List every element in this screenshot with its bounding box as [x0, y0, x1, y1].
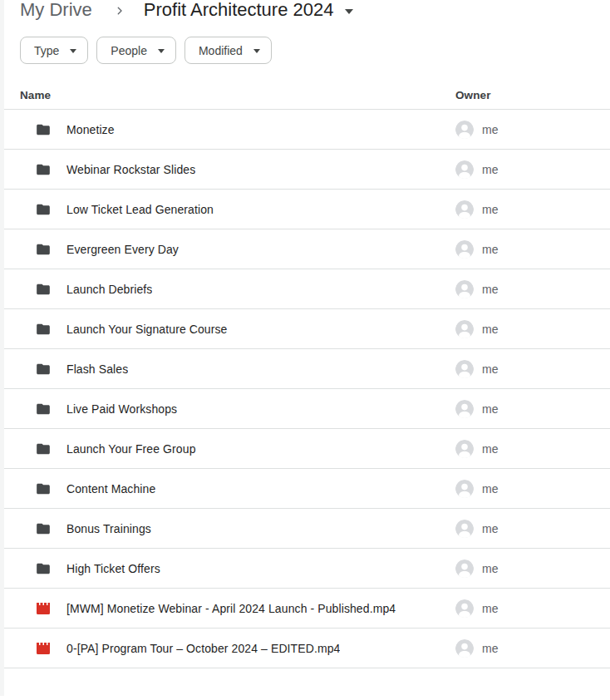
- folder-icon: [35, 321, 52, 338]
- file-name-cell: Live Paid Workshops: [20, 401, 455, 417]
- owner-label: me: [482, 243, 498, 256]
- owner-cell: me: [455, 639, 610, 658]
- owner-label: me: [482, 482, 498, 495]
- column-header-owner[interactable]: Owner: [455, 89, 610, 101]
- folder-icon: [35, 121, 52, 138]
- file-name-cell: Monetize: [20, 121, 455, 138]
- user-avatar-icon: [455, 639, 474, 658]
- table-row[interactable]: Flash Sales me: [0, 349, 610, 389]
- owner-label: me: [482, 362, 498, 376]
- user-avatar-icon: [455, 440, 474, 458]
- table-row[interactable]: Bonus Trainings me: [0, 509, 610, 549]
- list-header: Name Owner: [0, 64, 610, 110]
- table-row[interactable]: High Ticket Offers me: [0, 549, 610, 589]
- file-name: Evergreen Every Day: [66, 243, 179, 256]
- owner-cell: me: [455, 599, 610, 618]
- user-avatar-icon: [455, 520, 474, 538]
- filter-chip-people[interactable]: People: [96, 37, 176, 64]
- folder-icon: [35, 201, 52, 218]
- file-name-cell: High Ticket Offers: [20, 560, 455, 577]
- file-name: High Ticket Offers: [66, 562, 160, 575]
- file-name-cell: Flash Sales: [20, 361, 455, 377]
- owner-cell: me: [455, 121, 610, 139]
- filter-bar: Type People Modified: [0, 37, 610, 64]
- folder-icon: [35, 161, 52, 178]
- table-row[interactable]: Monetize me: [0, 110, 610, 150]
- filter-chip-type[interactable]: Type: [20, 37, 88, 64]
- table-row[interactable]: Live Paid Workshops me: [0, 389, 610, 429]
- table-row[interactable]: Low Ticket Lead Generation me: [0, 190, 610, 229]
- owner-label: me: [482, 203, 498, 216]
- file-name-cell: Evergreen Every Day: [20, 241, 455, 258]
- table-row[interactable]: 0-[PA] Program Tour – October 2024 – EDI…: [0, 629, 610, 668]
- column-header-name[interactable]: Name: [20, 89, 455, 101]
- owner-label: me: [482, 323, 498, 336]
- owner-cell: me: [455, 160, 610, 179]
- page-edge-strip: [0, 0, 4, 696]
- file-name-cell: Launch Debriefs: [20, 281, 455, 298]
- caret-down-icon: [158, 49, 165, 53]
- user-avatar-icon: [455, 160, 474, 179]
- owner-label: me: [482, 163, 498, 176]
- file-name-cell: Content Machine: [20, 481, 455, 497]
- user-avatar-icon: [455, 480, 474, 498]
- user-avatar-icon: [455, 560, 474, 578]
- file-name-cell: Launch Your Free Group: [20, 441, 455, 457]
- file-name-cell: Launch Your Signature Course: [20, 321, 455, 338]
- owner-label: me: [482, 522, 498, 535]
- owner-cell: me: [455, 360, 610, 378]
- owner-cell: me: [455, 200, 610, 219]
- table-row[interactable]: Launch Your Signature Course me: [0, 309, 610, 349]
- file-name: Monetize: [66, 123, 115, 136]
- file-name: Flash Sales: [66, 362, 128, 376]
- chevron-right-icon: [114, 5, 125, 17]
- filter-chip-label: Type: [34, 44, 59, 57]
- folder-icon: [35, 441, 52, 457]
- table-row[interactable]: Launch Your Free Group me: [0, 429, 610, 469]
- drive-file-browser: My Drive Profit Architecture 2024 Type P…: [0, 0, 610, 696]
- file-name: [MWM] Monetize Webinar - April 2024 Laun…: [66, 602, 396, 615]
- owner-cell: me: [455, 400, 610, 418]
- table-row[interactable]: [MWM] Monetize Webinar - April 2024 Laun…: [0, 589, 610, 629]
- file-name-cell: [MWM] Monetize Webinar - April 2024 Laun…: [20, 600, 455, 617]
- owner-cell: me: [455, 280, 610, 298]
- file-name: Low Ticket Lead Generation: [66, 203, 214, 216]
- folder-icon: [35, 481, 52, 497]
- user-avatar-icon: [455, 240, 474, 259]
- file-name-cell: Webinar Rockstar Slides: [20, 161, 455, 178]
- page-title: Profit Architecture 2024: [144, 0, 334, 21]
- breadcrumb-my-drive[interactable]: My Drive: [20, 0, 92, 21]
- table-row[interactable]: Webinar Rockstar Slides me: [0, 150, 610, 190]
- file-name: Launch Your Signature Course: [66, 323, 228, 336]
- user-avatar-icon: [455, 599, 474, 618]
- file-name-cell: Low Ticket Lead Generation: [20, 201, 455, 218]
- filter-chip-modified[interactable]: Modified: [184, 37, 272, 64]
- file-name: 0-[PA] Program Tour – October 2024 – EDI…: [66, 642, 340, 655]
- filter-chip-label: People: [111, 44, 147, 57]
- owner-label: me: [482, 442, 498, 456]
- video-icon: [35, 640, 52, 657]
- file-name: Content Machine: [66, 482, 155, 495]
- table-row[interactable]: Launch Debriefs me: [0, 269, 610, 309]
- breadcrumb-current-folder[interactable]: Profit Architecture 2024: [144, 0, 354, 21]
- file-name-cell: 0-[PA] Program Tour – October 2024 – EDI…: [20, 640, 455, 657]
- folder-icon: [35, 241, 52, 258]
- table-row[interactable]: Evergreen Every Day me: [0, 229, 610, 269]
- file-name: Launch Your Free Group: [66, 442, 196, 456]
- folder-icon: [35, 401, 52, 417]
- folder-icon: [35, 361, 52, 377]
- owner-label: me: [482, 562, 498, 575]
- video-icon: [35, 600, 52, 617]
- owner-cell: me: [455, 560, 610, 578]
- owner-cell: me: [455, 320, 610, 338]
- owner-cell: me: [455, 240, 610, 259]
- file-name: Bonus Trainings: [66, 522, 151, 535]
- table-row[interactable]: Content Machine me: [0, 469, 610, 509]
- user-avatar-icon: [455, 400, 474, 418]
- folder-icon: [35, 520, 52, 537]
- breadcrumb: My Drive Profit Architecture 2024: [0, 0, 610, 24]
- owner-cell: me: [455, 440, 610, 458]
- owner-cell: me: [455, 520, 610, 538]
- file-list: Monetize me Webinar Rockst: [0, 110, 610, 668]
- caret-down-icon: [253, 49, 260, 53]
